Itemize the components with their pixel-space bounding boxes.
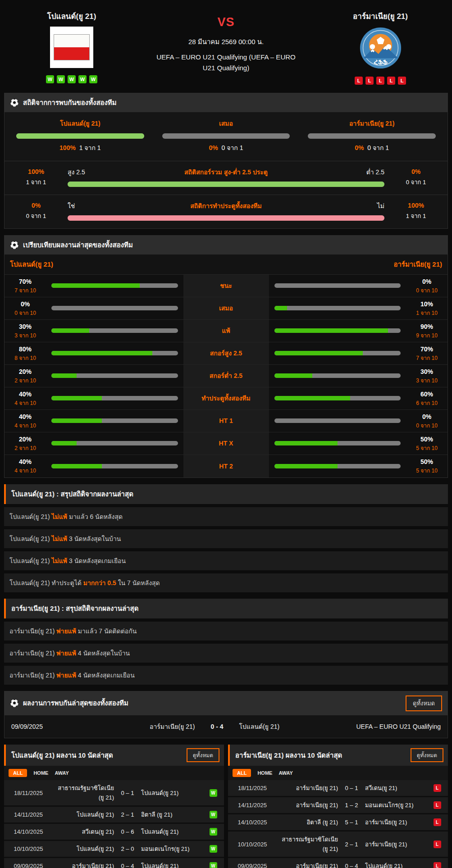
match-row: 10/10/2025 โปแลนด์(ยู 21) 2 – 0 มอนเตเนโ… <box>4 841 224 858</box>
summary-highlight: พ่ายแพ้ <box>56 672 76 679</box>
summary-highlight: มากกว่า 0.5 <box>83 579 116 586</box>
result-badge: W <box>210 789 217 797</box>
home-summary-section: โปแลนด์(ยู 21) : สรุปสถิติจากผลงานล่าสุด… <box>4 484 448 592</box>
match-home-team: โปแลนด์(ยู 21) <box>51 844 114 854</box>
away-count: 0 จาก 10 <box>406 422 447 430</box>
comparison-row: 0% 0 จาก 10 เสมอ 10% 1 จาก 10 <box>5 297 447 320</box>
match-date: 14/10/2025 <box>232 819 273 826</box>
away-last10-panel: อาร์มาเนีย(ยู 21) ผลงาน 10 นัดล่าสุด ดูท… <box>228 745 448 868</box>
btts-right-count: 1 จาก 1 <box>391 211 441 221</box>
tab-away[interactable]: AWAY <box>55 770 68 776</box>
stat-label: HT 2 <box>183 455 269 477</box>
match-home-team: อาร์มาเนีย(ยู 21) <box>275 861 338 868</box>
h2h-stats-title: สถิติจากการพบกันของทั้งสองทีม <box>23 97 117 108</box>
match-home-team: อาร์มาเนีย(ยู 21) <box>275 800 338 810</box>
h2h-btts-row: 0% 0 จาก 1 ใช่ สถิติการทำประตูทั้งสองทีม… <box>5 195 447 228</box>
home-percent: 40% <box>5 412 46 422</box>
summary-highlight: ไม่แพ้ <box>52 513 68 520</box>
match-away-team: อิตาลี (ยู 21) <box>141 810 204 819</box>
away-count: 5 จาก 10 <box>406 467 447 475</box>
match-date: 14/11/2025 <box>8 811 49 818</box>
result-badge: L <box>434 784 441 792</box>
home-bar <box>51 328 178 333</box>
h2h-view-all-button[interactable]: ดูทั้งหมด <box>406 695 442 711</box>
summary-row: โปแลนด์(ยู 21) ไม่แพ้ 3 นัดหลังสุดเกมเยื… <box>4 551 448 570</box>
form-result-badge: W <box>68 75 76 83</box>
result-badge: W <box>210 828 217 836</box>
tab-home[interactable]: HOME <box>257 770 272 776</box>
away-bar <box>274 283 401 288</box>
home-summary-rows: โปแลนด์(ยู 21) ไม่แพ้ มาแล้ว 6 นัดหลังสุ… <box>4 507 448 592</box>
match-score: 0 – 6 <box>116 828 139 835</box>
match-away-team: โปแลนด์(ยู 21) <box>141 861 204 868</box>
away-last10-rows: 18/11/2025 อาร์มาเนีย(ยู 21) 0 – 1 สวีเด… <box>228 780 448 868</box>
match-row: 09/09/2025 อาร์มาเนีย(ยู 21) 0 – 4 โปแลน… <box>4 858 224 868</box>
result-badge: W <box>210 862 217 868</box>
match-row: 09/09/2025 อาร์มาเนีย(ยู 21) 0 – 4 โปแลน… <box>228 858 448 868</box>
match-away-team: โปแลนด์(ยู 21) <box>141 788 204 798</box>
home-percent: 80% <box>5 345 46 354</box>
tab-all[interactable]: ALL <box>233 769 251 777</box>
match-away-team: อาร์มาเนีย(ยู 21) <box>365 840 428 849</box>
stat-label: แพ้ <box>183 320 269 342</box>
home-team-logo <box>50 27 93 68</box>
h2h-home-col: โปแลนด์(ยู 21) 100% 1 จาก 1 <box>16 118 144 153</box>
summary-highlight: พ่ายแพ้ <box>56 627 76 635</box>
away-bar <box>274 441 401 445</box>
home-last10-rows: 18/11/2025 สาธารณรัฐมาซิโดเนีย (ยู 21) 0… <box>4 780 224 868</box>
home-bar <box>51 306 178 310</box>
comparison-row: 80% 8 จาก 10 สกอร์สูง 2.5 70% 7 จาก 10 <box>5 342 447 365</box>
home-bar <box>51 396 178 400</box>
stat-label: ทำประตูทั้งสองทีม <box>183 387 269 409</box>
home-summary-title: โปแลนด์(ยู 21) : สรุปสถิติจากผลงานล่าสุด <box>4 484 448 504</box>
match-row: 14/11/2025 อาร์มาเนีย(ยู 21) 1 – 2 มอนเต… <box>228 797 448 814</box>
home-percent: 20% <box>5 435 46 444</box>
competition-name: UEFA – EURO U21 Qualifying (UEFA – EURO … <box>150 52 303 73</box>
tab-all[interactable]: ALL <box>9 769 27 777</box>
tab-home[interactable]: HOME <box>33 770 48 776</box>
ou-right-pct: 0% <box>391 167 441 177</box>
match-score: 1 – 2 <box>340 802 363 809</box>
match-row: 14/11/2025 โปแลนด์(ยู 21) 2 – 1 อิตาลี (… <box>4 807 224 824</box>
match-home-team: โปแลนด์(ยู 21) <box>51 810 114 819</box>
summary-row: อาร์มาเนีย(ยู 21) พ่ายแพ้ 4 นัดหลังสุดใน… <box>4 644 448 663</box>
home-count: 7 จาก 10 <box>5 286 46 295</box>
h2h-result-row: โปแลนด์(ยู 21) 100% 1 จาก 1 เสมอ 0% 0 จา… <box>5 112 447 161</box>
match-home-team: อิตาลี (ยู 21) <box>275 818 338 827</box>
armenia-logo-text: ՀՖՖ <box>374 59 388 66</box>
match-away-team: โปแลนด์(ยู 21) <box>141 827 204 836</box>
match-date: 09/09/2025 <box>11 723 79 730</box>
match-score: 0 – 4 <box>340 863 363 868</box>
ou-over-label: สูง 2.5 <box>68 167 117 177</box>
home-count: 4 จาก 10 <box>5 422 46 430</box>
result-badge: W <box>210 811 217 818</box>
btts-left-count: 0 จาก 1 <box>11 211 61 221</box>
away-bar <box>274 373 401 378</box>
h2h-draw-pct: 0% <box>209 144 218 151</box>
home-count: 0 จาก 10 <box>5 309 46 317</box>
btts-no-label: ไม่ <box>335 201 384 211</box>
match-score: 0 – 4 <box>116 863 139 868</box>
summary-row: โปแลนด์(ยู 21) ไม่แพ้ มาแล้ว 6 นัดหลังสุ… <box>4 507 448 526</box>
h2h-away-count: 0 จาก 1 <box>367 144 389 151</box>
h2h-home-count: 1 จาก 1 <box>79 144 101 151</box>
away-percent: 70% <box>406 345 447 354</box>
home-team-block: โปแลนด์(ยู 21) WWWWW <box>4 10 139 85</box>
match-row: 10/10/2025 สาธารณรัฐมาซิโดเนีย (ยู 21) 2… <box>228 832 448 858</box>
soccer-ball-icon <box>10 699 19 708</box>
h2h-recent-section: ผลงานการพบกันล่าสุดของทั้งสองทีม ดูทั้งห… <box>4 691 448 738</box>
tab-away[interactable]: AWAY <box>279 770 292 776</box>
match-row: 18/11/2025 สาธารณรัฐมาซิโดเนีย (ยู 21) 0… <box>4 780 224 807</box>
away-count: 9 จาก 10 <box>406 332 447 340</box>
match-home-team: อาร์มาเนีย(ยู 21) <box>275 783 338 793</box>
away-count: 5 จาก 10 <box>406 444 447 452</box>
ou-bar <box>68 182 384 187</box>
summary-row: อาร์มาเนีย(ยู 21) พ่ายแพ้ มาแล้ว 7 นัดติ… <box>4 622 448 641</box>
stat-label: HT X <box>183 432 269 454</box>
away-last10-view-all-button[interactable]: ดูทั้งหมด <box>411 748 443 762</box>
kickoff-datetime: 28 มีนาคม 2569 00:00 น. <box>139 36 313 47</box>
form-result-badge: W <box>89 75 97 83</box>
vs-label: VS <box>139 15 313 29</box>
home-last10-view-all-button[interactable]: ดูทั้งหมด <box>187 748 219 762</box>
match-date: 14/10/2025 <box>8 828 49 835</box>
